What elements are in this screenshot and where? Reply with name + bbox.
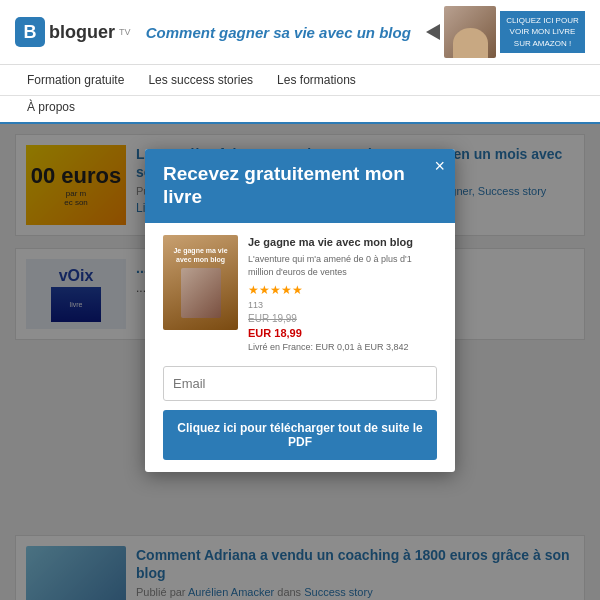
header-promo-area[interactable]: CLIQUEZ ICI POUR VOIR MON LIVRE SUR AMAZ… [426,6,585,58]
logo-text: bloguer [49,22,115,43]
modal-title: Recevez gratuitement mon livre [163,163,437,209]
modal-book-sub: L'aventure qui m'a amené de 0 à plus d'1… [248,253,437,278]
promo-avatar [444,6,496,58]
modal-email-input[interactable] [163,366,437,401]
modal-price-old: EUR 19,99 [248,312,437,326]
modal-price-free: Livré en France: EUR 0,01 à EUR 3,842 [248,341,437,354]
modal-book-details: Je gagne ma vie avec mon blog L'aventure… [248,235,437,354]
nav-item-success-stories[interactable]: Les success stories [136,65,265,95]
logo-icon-b: B [15,17,45,47]
modal-close-button[interactable]: × [434,157,445,175]
header: B bloguerTV Comment gagner sa vie avec u… [0,0,600,65]
modal-book-row: Je gagne ma vie avec mon blog Je gagne m… [163,235,437,354]
header-tagline: Comment gagner sa vie avec un blog [143,24,414,41]
content-area: 00 euros par mec son La première fois qu… [0,124,600,600]
logo-tv: TV [119,27,131,37]
nav-item-formations[interactable]: Les formations [265,65,368,95]
modal-price-new: EUR 18,99 [248,326,437,341]
nav-item-apropos[interactable]: À propos [15,96,87,118]
nav-row2: À propos [0,96,600,124]
modal-header: Recevez gratuitement mon livre × [145,149,455,223]
modal-star-count: 113 [248,299,437,312]
modal-overlay[interactable]: Recevez gratuitement mon livre × Je gagn… [0,124,600,600]
modal-book-title: Je gagne ma vie avec mon blog [248,235,437,250]
logo[interactable]: B bloguerTV [15,17,131,47]
modal-body: Je gagne ma vie avec mon blog Je gagne m… [145,223,455,472]
modal-cta-button[interactable]: Cliquez ici pour télécharger tout de sui… [163,410,437,460]
nav-item-formation-gratuite[interactable]: Formation gratuite [15,65,136,95]
modal-stars: ★★★★★ [248,282,437,299]
promo-box[interactable]: CLIQUEZ ICI POUR VOIR MON LIVRE SUR AMAZ… [500,11,585,53]
modal-dialog: Recevez gratuitement mon livre × Je gagn… [145,149,455,472]
modal-book-cover: Je gagne ma vie avec mon blog [163,235,238,330]
promo-arrow-icon [426,24,440,40]
nav-row1: Formation gratuite Les success stories L… [0,65,600,96]
